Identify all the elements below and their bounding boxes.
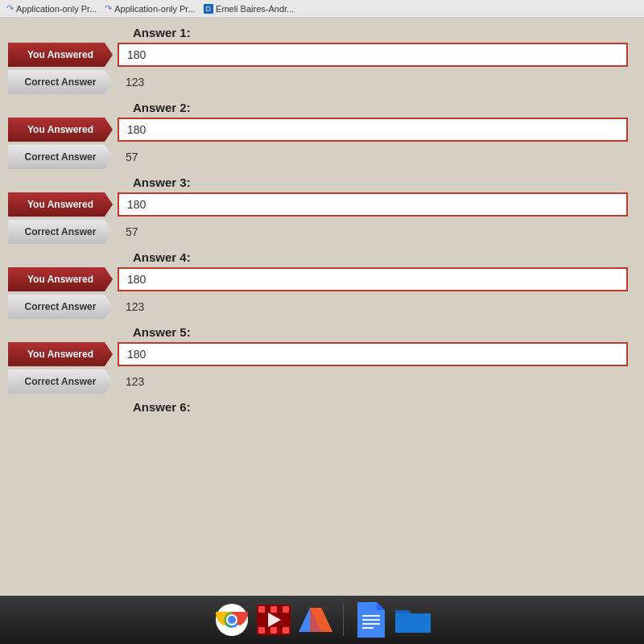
answer-block-5: Answer 5:You Answered180Correct Answer12… [8,325,628,394]
correct-answer-badge-5: Correct Answer [8,369,113,394]
svg-rect-5 [258,606,265,613]
svg-rect-19 [362,623,380,625]
answer-label-2: Answer 2: [133,101,628,114]
film-icon-container[interactable] [256,602,291,638]
answer-block-2: Answer 2:You Answered180Correct Answer57 [8,101,628,169]
correct-answer-badge-2: Correct Answer [8,145,113,169]
folder-icon [395,605,431,634]
correct-answer-badge-1: Correct Answer [8,70,113,94]
docs-tab[interactable]: D Emeli Baires-Andr... [204,4,295,14]
correct-answer-badge-3: Correct Answer [8,220,113,244]
correct-answer-row-5: Correct Answer123 [8,369,628,394]
svg-rect-9 [270,627,277,634]
you-answered-badge-5: You Answered [8,342,113,366]
docs-icon-container[interactable] [353,602,389,638]
answer-block-1: Answer 1:You Answered180Correct Answer12… [8,26,628,94]
svg-rect-18 [362,619,380,621]
correct-answer-row-2: Correct Answer57 [8,145,628,169]
docs-icon [357,602,385,638]
svg-rect-7 [283,606,289,613]
you-answered-value-5: 180 [118,342,628,366]
drive-icon [299,605,332,635]
correct-answer-row-3: Correct Answer57 [8,220,628,244]
folder-icon-container[interactable] [395,602,431,638]
svg-marker-16 [310,608,332,632]
answer-label-4: Answer 4: [133,250,628,264]
tab-1[interactable]: ↷ Application-only Pr... [6,3,97,14]
chrome-icon [216,604,248,636]
main-content: Answer 1:You Answered180Correct Answer12… [0,18,644,596]
correct-answer-row-4: Correct Answer123 [8,295,628,319]
correct-answer-value-3: 57 [118,221,628,243]
browser-bar: ↷ Application-only Pr... ↷ Application-o… [0,0,644,18]
answer-label-1: Answer 1: [133,26,628,39]
user-label: Emeli Baires-Andr... [216,4,294,14]
answer-label-6: Answer 6: [133,400,628,414]
you-answered-value-1: 180 [118,43,628,67]
taskbar [0,596,644,644]
taskbar-divider [343,604,344,636]
correct-answer-badge-4: Correct Answer [8,295,113,319]
drive-icon-container[interactable] [298,602,333,638]
correct-answer-value-4: 123 [118,295,628,318]
you-answered-row-2: You Answered180 [8,118,628,142]
answer-block-4: Answer 4:You Answered180Correct Answer12… [8,250,628,319]
you-answered-badge-3: You Answered [8,192,113,217]
correct-answer-value-1: 123 [118,71,628,93]
you-answered-badge-2: You Answered [8,118,113,142]
you-answered-badge-1: You Answered [8,43,113,67]
answer-label-5: Answer 5: [133,325,628,339]
svg-point-3 [228,616,236,624]
answer-block-3: Answer 3:You Answered180Correct Answer57 [8,175,628,244]
tab-2[interactable]: ↷ Application-only Pr... [105,3,195,14]
svg-rect-8 [258,627,265,634]
svg-rect-17 [362,615,380,617]
you-answered-value-3: 180 [118,192,628,217]
chrome-icon-container[interactable] [214,602,250,638]
you-answered-value-2: 180 [118,118,628,142]
correct-answer-value-2: 57 [118,146,628,168]
answer-label-3: Answer 3: [133,175,628,189]
you-answered-badge-4: You Answered [8,267,113,291]
you-answered-row-3: You Answered180 [8,192,628,217]
svg-rect-6 [270,606,277,613]
tab-1-label: Application-only Pr... [16,4,97,14]
film-icon [257,605,291,635]
you-answered-row-1: You Answered180 [8,43,628,67]
correct-answer-value-5: 123 [118,370,628,393]
answer-block-6: Answer 6: [8,400,628,414]
you-answered-row-5: You Answered180 [8,342,628,366]
correct-answer-row-1: Correct Answer123 [8,70,628,94]
svg-rect-20 [362,627,374,629]
svg-rect-10 [283,627,289,634]
tab-2-label: Application-only Pr... [114,4,195,14]
you-answered-value-4: 180 [118,267,628,291]
you-answered-row-4: You Answered180 [8,267,628,291]
